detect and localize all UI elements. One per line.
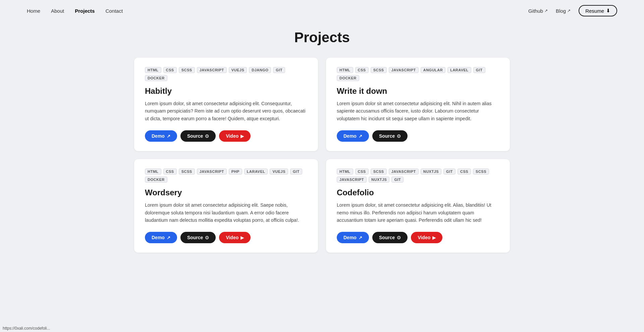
tag: CSS — [355, 67, 369, 73]
nav-blog[interactable]: Blog ↗ — [556, 8, 571, 14]
project-title: Codefolio — [337, 188, 499, 197]
tag: SCSS — [179, 67, 195, 73]
project-title: Habitly — [145, 86, 307, 96]
project-description: Lorem ipsum dolor sit amet consectetur a… — [337, 100, 499, 122]
tag: NUXTJS — [421, 169, 441, 175]
video-button[interactable]: Video ▶ — [411, 232, 442, 243]
project-card-codefolio: HTML CSS SCSS JAVASCRIPT NUXTJS GIT CSS … — [326, 159, 510, 253]
project-title: Write it down — [337, 86, 499, 96]
external-link-icon: ↗ — [567, 8, 571, 13]
tag: JAVASCRIPT — [197, 67, 227, 73]
tag: NUXTJS — [369, 177, 389, 183]
arrow-icon: ↗ — [359, 134, 362, 139]
tag: GIT — [443, 169, 455, 175]
project-description: Lorem ipsum dolor, sit amet consectetur … — [145, 100, 307, 122]
tag: DOCKER — [145, 75, 167, 81]
youtube-icon: ▶ — [240, 134, 244, 139]
download-icon: ⬇ — [606, 8, 610, 14]
source-button[interactable]: Source ⊙ — [372, 232, 408, 243]
tag: GIT — [273, 67, 285, 73]
tag: JAVASCRIPT — [389, 169, 419, 175]
tag: DJANGO — [249, 67, 271, 73]
tag: JAVASCRIPT — [337, 177, 367, 183]
tag-list: HTML CSS SCSS JAVASCRIPT PHP LARAVEL VUE… — [145, 169, 307, 183]
projects-grid: HTML CSS SCSS JAVASCRIPT VUEJS DJANGO GI… — [121, 58, 523, 273]
nav-about[interactable]: About — [51, 8, 64, 14]
tag: LARAVEL — [447, 67, 471, 73]
resume-button[interactable]: Resume ⬇ — [579, 5, 617, 16]
youtube-icon: ▶ — [432, 235, 436, 240]
nav-projects[interactable]: Projects — [75, 8, 95, 14]
nav-right: Github ↗ Blog ↗ Resume ⬇ — [528, 5, 617, 16]
tag: DOCKER — [145, 177, 167, 183]
arrow-icon: ↗ — [359, 235, 362, 240]
page-title: Projects — [0, 29, 644, 46]
demo-button[interactable]: Demo ↗ — [337, 232, 369, 243]
project-card-write-it-down: HTML CSS SCSS JAVASCRIPT ANGULAR LARAVEL… — [326, 58, 510, 151]
tag: HTML — [337, 169, 353, 175]
tag: PHP — [229, 169, 242, 175]
card-actions: Demo ↗ Source ⊙ — [337, 130, 499, 142]
tag: GIT — [473, 67, 485, 73]
tag: CSS — [163, 169, 177, 175]
github-icon: ⊙ — [205, 133, 209, 139]
project-description: Lorem ipsum dolor sit amet consectetur a… — [145, 201, 307, 224]
status-url: https://0xali.com/codefoli... — [3, 326, 50, 331]
tag: SCSS — [371, 67, 387, 73]
project-card-wordsery: HTML CSS SCSS JAVASCRIPT PHP LARAVEL VUE… — [134, 159, 318, 253]
tag: VUEJS — [270, 169, 288, 175]
tag: CSS — [355, 169, 369, 175]
tag: DOCKER — [337, 75, 359, 81]
tag: SCSS — [473, 169, 489, 175]
github-icon: ⊙ — [397, 235, 401, 240]
source-button[interactable]: Source ⊙ — [180, 232, 216, 243]
nav-left: Home About Projects Contact — [27, 8, 123, 14]
project-card-habitly: HTML CSS SCSS JAVASCRIPT VUEJS DJANGO GI… — [134, 58, 318, 151]
tag: SCSS — [371, 169, 387, 175]
source-button[interactable]: Source ⊙ — [180, 130, 216, 142]
tag: JAVASCRIPT — [389, 67, 419, 73]
video-button[interactable]: Video ▶ — [219, 130, 251, 142]
tag-list: HTML CSS SCSS JAVASCRIPT VUEJS DJANGO GI… — [145, 67, 307, 81]
tag: VUEJS — [229, 67, 247, 73]
tag: CSS — [163, 67, 177, 73]
card-actions: Demo ↗ Source ⊙ Video ▶ — [145, 232, 307, 243]
card-actions: Demo ↗ Source ⊙ Video ▶ — [337, 232, 499, 243]
tag: CSS — [458, 169, 471, 175]
demo-button[interactable]: Demo ↗ — [145, 232, 177, 243]
nav-github[interactable]: Github ↗ — [528, 8, 548, 14]
navbar: Home About Projects Contact Github ↗ Blo… — [0, 0, 644, 21]
nav-contact[interactable]: Contact — [105, 8, 123, 14]
video-button[interactable]: Video ▶ — [219, 232, 251, 243]
tag: SCSS — [179, 169, 195, 175]
github-icon: ⊙ — [205, 235, 209, 240]
github-icon: ⊙ — [397, 133, 401, 139]
tag: ANGULAR — [421, 67, 446, 73]
tag: HTML — [145, 67, 161, 73]
arrow-icon: ↗ — [167, 134, 170, 139]
tag-list: HTML CSS SCSS JAVASCRIPT ANGULAR LARAVEL… — [337, 67, 499, 81]
arrow-icon: ↗ — [167, 235, 170, 240]
tag-list: HTML CSS SCSS JAVASCRIPT NUXTJS GIT CSS … — [337, 169, 499, 183]
project-title: Wordsery — [145, 188, 307, 197]
external-link-icon: ↗ — [544, 8, 548, 13]
project-description: Lorem ipsum dolor, sit amet consectetur … — [337, 201, 499, 224]
tag: JAVASCRIPT — [197, 169, 227, 175]
nav-home[interactable]: Home — [27, 8, 40, 14]
tag: LARAVEL — [244, 169, 268, 175]
tag: HTML — [337, 67, 353, 73]
demo-button[interactable]: Demo ↗ — [337, 130, 369, 142]
source-button[interactable]: Source ⊙ — [372, 130, 408, 142]
demo-button[interactable]: Demo ↗ — [145, 130, 177, 142]
tag: GIT — [391, 177, 404, 183]
status-bar: https://0xali.com/codefoli... — [0, 325, 53, 332]
tag: GIT — [290, 169, 302, 175]
card-actions: Demo ↗ Source ⊙ Video ▶ — [145, 130, 307, 142]
youtube-icon: ▶ — [240, 235, 244, 240]
tag: HTML — [145, 169, 161, 175]
